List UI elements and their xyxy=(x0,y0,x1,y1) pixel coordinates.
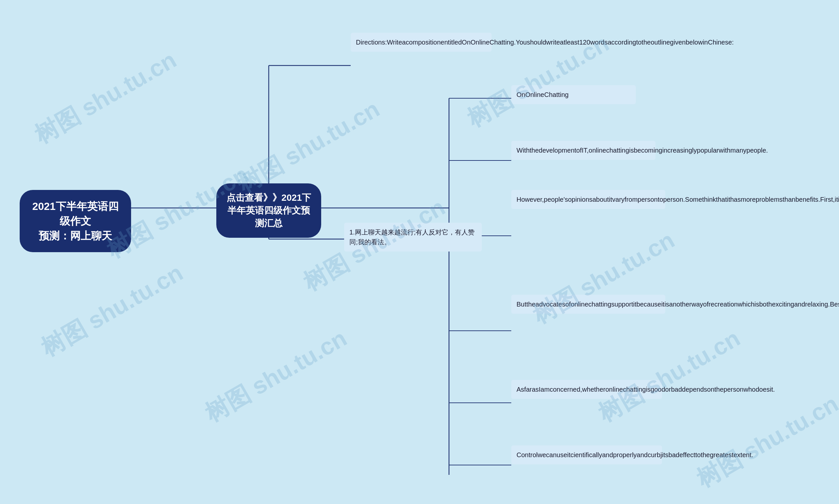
top-direction-box: Directions:WriteacompositionentitledOnOn… xyxy=(351,33,492,52)
root-node: 2021下半年英语四级作文 预测：网上聊天 xyxy=(20,190,131,252)
root-node-text: 2021下半年英语四级作文 xyxy=(32,200,118,227)
right-node-4-text: Buttheadvocatesofonlinechattingsupportit… xyxy=(517,301,839,308)
right-node-6-text: Controlwecanuseitcientificallyandproperl… xyxy=(517,451,753,458)
right-node-5: AsfarasIamconcerned,whetheronlinechattin… xyxy=(511,380,662,399)
outline-box: 1.网上聊天越来越流行;有人反对它，有人赞同;我的看法。 xyxy=(344,223,482,252)
connector-lines xyxy=(0,0,839,504)
right-node-2-text: WiththedevelopmentofIT,onlinechattingisb… xyxy=(517,147,768,154)
right-node-1: OnOnlineChatting xyxy=(511,85,636,104)
right-node-6: Controlwecanuseitcientificallyandproperl… xyxy=(511,445,662,464)
watermark-10: 树图 shu.tu.cn xyxy=(691,388,839,494)
right-node-5-text: AsfarasIamconcerned,whetheronlinechattin… xyxy=(517,386,775,393)
outline-text: 1.网上聊天越来越流行;有人反对它，有人赞同;我的看法。 xyxy=(349,229,475,246)
watermark-9: 树图 shu.tu.cn xyxy=(593,323,746,429)
mid-node-text: 点击查看》》2021下半年英语四级作文预测汇总 xyxy=(226,193,311,228)
watermark-8: 树图 shu.tu.cn xyxy=(527,224,680,331)
right-node-4: Buttheadvocatesofonlinechattingsupportit… xyxy=(511,295,665,314)
mid-node[interactable]: 点击查看》》2021下半年英语四级作文预测汇总 xyxy=(216,183,321,238)
right-node-3-text: However,people'sopinionsaboutitvaryfromp… xyxy=(517,196,839,203)
mind-map: 树图 shu.tu.cn 树图 shu.tu.cn 树图 shu.tu.cn 树… xyxy=(0,0,839,504)
root-node-subtext: 预测：网上聊天 xyxy=(39,230,112,242)
watermark-3: 树图 shu.tu.cn xyxy=(35,257,189,363)
right-node-2: WiththedevelopmentofIT,onlinechattingisb… xyxy=(511,141,656,160)
right-node-1-text: OnOnlineChatting xyxy=(517,91,569,98)
watermark-6: 树图 shu.tu.cn xyxy=(199,323,352,429)
top-direction-text: Directions:WriteacompositionentitledOnOn… xyxy=(356,39,734,46)
right-node-3: However,people'sopinionsaboutitvaryfromp… xyxy=(511,190,665,209)
watermark-1: 树图 shu.tu.cn xyxy=(29,44,182,151)
